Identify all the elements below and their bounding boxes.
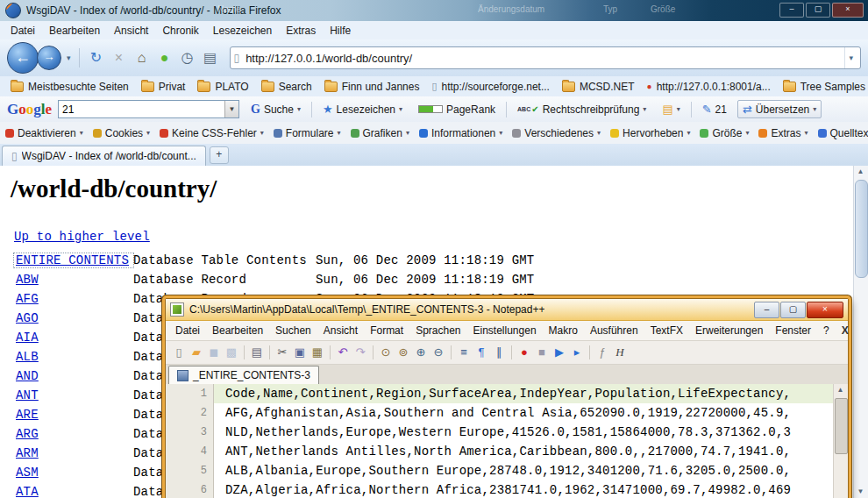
resource-link-asm[interactable]: ASM — [16, 466, 133, 480]
tab-wsgidav[interactable]: ▯ WsgiDAV - Index of /world-db/count... — [2, 146, 206, 166]
resource-link-ata[interactable]: ATA — [16, 485, 133, 498]
google-search-input[interactable] — [59, 103, 224, 117]
google-button-rechtschreibpr-fung[interactable]: ABC✔Rechtschreibprüfung▾ — [512, 101, 651, 118]
resource-link-arm[interactable]: ARM — [16, 446, 133, 460]
webdev-formulare[interactable]: Formulare▾ — [274, 127, 341, 139]
scroll-up-icon[interactable]: ▲ — [854, 166, 867, 178]
google-button-item[interactable]: ▤▾ — [657, 100, 685, 118]
menu-bearbeiten[interactable]: Bearbeiten — [42, 23, 107, 39]
cut-icon[interactable]: ✂ — [274, 345, 290, 360]
webdev-deaktivieren[interactable]: Deaktivieren▾ — [5, 127, 83, 139]
resource-link-alb[interactable]: ALB — [16, 350, 133, 364]
bookmark-tree-samples[interactable]: Tree Samples — [778, 79, 868, 95]
notepad-menu-x[interactable]: X — [836, 323, 855, 338]
bookmark-search[interactable]: Search — [256, 79, 317, 95]
line-text[interactable]: Code,Name,Continent,Region,SurfaceArea,I… — [214, 384, 834, 403]
editor-scrollbar-thumb[interactable] — [835, 398, 848, 454]
show-all-chars-icon[interactable]: ¶ — [473, 345, 489, 360]
scroll-down-icon[interactable]: ▼ — [854, 486, 867, 498]
webdev-grafiken[interactable]: Grafiken▾ — [351, 127, 409, 139]
line-text[interactable]: NLD,Netherlands,Europe,Western Europe,41… — [214, 423, 834, 442]
record-macro-icon[interactable]: ● — [516, 345, 532, 360]
bookmark-margin[interactable] — [166, 384, 179, 403]
line-text[interactable]: AFG,Afghanistan,Asia,Southern and Centra… — [214, 403, 834, 423]
redo-icon[interactable]: ↷ — [352, 345, 368, 360]
line-text[interactable]: DZA,Algeria,Africa,Northern Africa,23817… — [214, 480, 834, 498]
webdev-informationen[interactable]: Informationen▾ — [419, 127, 502, 139]
resource-link-ago[interactable]: AGO — [16, 311, 133, 325]
notepad-menu-ausf-hren[interactable]: Ausführen — [584, 323, 644, 338]
url-dropdown-icon[interactable]: ▾ — [844, 47, 857, 68]
open-folder-icon[interactable]: ▰ — [189, 345, 204, 360]
function-list-icon[interactable]: ƒ — [594, 345, 610, 360]
webdev-hervorheben[interactable]: Hervorheben▾ — [610, 127, 690, 139]
notepad-close-button[interactable]: × — [807, 302, 843, 318]
notepad-menu-suchen[interactable]: Suchen — [269, 323, 317, 338]
editor-scrollbar[interactable]: ▲ ▼ — [833, 384, 848, 498]
zoom-in-icon[interactable]: ⊕ — [413, 345, 429, 360]
menu-hilfe[interactable]: Hilfe — [323, 23, 358, 39]
scrollbar-thumb[interactable] — [855, 180, 868, 278]
indent-guide-icon[interactable]: ∥ — [491, 345, 507, 360]
paste-icon[interactable]: ▦ — [309, 345, 325, 360]
stop-macro-icon[interactable]: ■ — [534, 345, 550, 360]
menu-chronik[interactable]: Chronik — [155, 23, 205, 39]
notepad-titlebar[interactable]: C:\Users\Martin\AppData\Local\Temp\_ENTI… — [166, 299, 848, 321]
menu-datei[interactable]: Datei — [4, 23, 42, 39]
notepad-menu-fenster[interactable]: Fenster — [769, 323, 817, 338]
bookmark-mcsd-net[interactable]: MCSD.NET — [557, 79, 640, 95]
notepad-menu-erweiterungen[interactable]: Erweiterungen — [689, 323, 769, 338]
undo-icon[interactable]: ↶ — [335, 345, 351, 360]
notepad-menu-bearbeiten[interactable]: Bearbeiten — [206, 323, 269, 338]
google-button-suche[interactable]: GSuche▾ — [245, 100, 306, 119]
home-icon[interactable]: ⌂ — [132, 47, 153, 68]
webdev-verschiedenes[interactable]: Verschiedenes▾ — [512, 127, 601, 139]
bookmark-margin[interactable] — [166, 480, 179, 498]
notepad-menu-datei[interactable]: Datei — [169, 323, 206, 338]
resource-link-ant[interactable]: ANT — [16, 388, 133, 402]
bookmark-http-127-0-0-1-8001-a[interactable]: ●http://127.0.0.1:8001/a... — [642, 79, 776, 95]
back-button[interactable]: ← — [7, 42, 39, 74]
webdev-cookies[interactable]: Cookies▾ — [93, 127, 150, 139]
menu-lesezeichen[interactable]: Lesezeichen — [206, 23, 279, 39]
resource-link-are[interactable]: ARE — [16, 408, 133, 422]
bookmark-meistbesuchte-seiten[interactable]: Meistbesuchte Seiten — [5, 79, 134, 95]
line-text[interactable]: ALB,Albania,Europe,Southern Europe,28748… — [214, 461, 834, 480]
save-all-icon[interactable]: ▩ — [224, 345, 239, 360]
notepad-menu-format[interactable]: Format — [364, 323, 409, 338]
print-icon[interactable]: ▤ — [249, 345, 265, 360]
new-tab-button[interactable]: + — [210, 146, 229, 164]
resource-link-and[interactable]: AND — [16, 369, 133, 383]
notepad-menu-ansicht[interactable]: Ansicht — [317, 323, 364, 338]
notepad-minimize-button[interactable]: – — [754, 302, 779, 318]
webdev-gr-e[interactable]: Größe▾ — [700, 127, 749, 139]
content-scrollbar[interactable]: ▲ ▼ — [853, 166, 868, 498]
notepad-tab[interactable]: _ENTIRE_CONTENTS-3 — [168, 366, 319, 384]
resource-link-entire-contents[interactable]: ENTIRE CONTENTS — [14, 253, 133, 267]
find-icon[interactable]: ⊙ — [378, 345, 394, 360]
webdev-extras[interactable]: Extras▾ — [758, 127, 808, 139]
reload-icon[interactable]: ↻ — [86, 47, 107, 68]
forward-button[interactable]: → — [37, 46, 61, 70]
google-button-21[interactable]: ✎21 — [697, 100, 732, 118]
url-bar[interactable]: ▯ ▾ — [230, 46, 861, 69]
minimize-button[interactable]: – — [779, 3, 804, 18]
google-search-box[interactable]: ▼ — [58, 100, 239, 118]
search-dropdown-icon[interactable]: ▼ — [224, 101, 238, 117]
play-macro-icon[interactable]: ▶ — [551, 345, 567, 360]
bookmark-margin[interactable] — [166, 403, 179, 423]
resource-link-arg[interactable]: ARG — [16, 427, 133, 441]
menu-extras[interactable]: Extras — [279, 23, 323, 39]
webdev-keine-css-fehler[interactable]: Keine CSS-Fehler▾ — [160, 127, 264, 139]
word-wrap-icon[interactable]: ≡ — [456, 345, 472, 360]
notepad-menu-einstellungen[interactable]: Einstellungen — [467, 323, 543, 338]
zoom-out-icon[interactable]: ⊖ — [430, 345, 446, 360]
resource-link-abw[interactable]: ABW — [16, 273, 133, 287]
stop-icon[interactable]: × — [109, 47, 130, 68]
save-icon[interactable]: ◼ — [206, 345, 222, 360]
maximize-button[interactable]: ▢ — [806, 3, 830, 18]
bookmark-http-sourceforge-net[interactable]: ▯http://sourceforge.net... — [426, 79, 554, 95]
extension-icon[interactable]: ● — [154, 47, 175, 68]
resource-link-afg[interactable]: AFG — [16, 292, 133, 306]
line-text[interactable]: ANT,Netherlands Antilles,North America,C… — [214, 442, 834, 461]
